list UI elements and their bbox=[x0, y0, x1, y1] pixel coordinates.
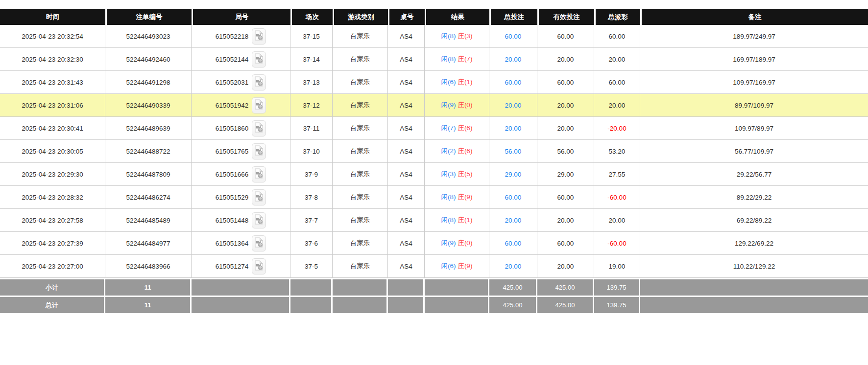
cell-total-bet: 60.00 bbox=[489, 25, 537, 48]
result-banker: 庄(5) bbox=[458, 170, 472, 178]
video-replay-button[interactable] bbox=[252, 120, 266, 137]
result-banker: 庄(3) bbox=[458, 32, 472, 40]
cell-bet-id: 522446489639 bbox=[105, 117, 192, 140]
cell-game-type: 百家乐 bbox=[333, 163, 388, 186]
cell-total-bet: 56.00 bbox=[489, 140, 537, 163]
cell-total-bet: 60.00 bbox=[489, 232, 537, 255]
cell-game-type: 百家乐 bbox=[333, 94, 388, 117]
cell-table-no: AS4 bbox=[388, 140, 425, 163]
video-replay-icon bbox=[255, 30, 263, 42]
cell-total-payout: 60.00 bbox=[594, 71, 640, 94]
cell-round-id: 615052144 bbox=[192, 48, 290, 71]
subtotal-note-empty bbox=[640, 278, 868, 296]
cell-total-bet: 60.00 bbox=[489, 71, 537, 94]
cell-result: 闲(3) 庄(5) bbox=[425, 163, 489, 186]
cell-total-bet: 20.00 bbox=[489, 209, 537, 232]
video-replay-icon bbox=[255, 145, 263, 157]
round-id-text: 615051666 bbox=[216, 171, 249, 178]
total-note-empty bbox=[640, 296, 868, 313]
result-banker: 庄(9) bbox=[458, 193, 472, 201]
table-row[interactable]: 2025-04-23 20:27:39522446484977615051364… bbox=[0, 232, 868, 255]
cell-time: 2025-04-23 20:32:54 bbox=[0, 25, 105, 48]
round-id-group: 615051448 bbox=[216, 212, 266, 228]
subtotal-game-empty bbox=[333, 278, 388, 296]
cell-bet-id: 522446491298 bbox=[105, 71, 192, 94]
cell-note: 110.22/129.22 bbox=[640, 255, 868, 278]
cell-session: 37-15 bbox=[290, 25, 333, 48]
cell-total-payout: 20.00 bbox=[594, 94, 640, 117]
result-player: 闲(3) bbox=[441, 170, 456, 178]
video-replay-button[interactable] bbox=[252, 235, 266, 251]
cell-total-bet: 20.00 bbox=[489, 255, 537, 278]
cell-total-payout: -60.00 bbox=[594, 186, 640, 209]
video-replay-button[interactable] bbox=[252, 143, 266, 160]
cell-game-type: 百家乐 bbox=[333, 232, 388, 255]
round-id-text: 615051529 bbox=[216, 194, 249, 201]
video-replay-button[interactable] bbox=[252, 212, 266, 228]
cell-bet-id: 522446487809 bbox=[105, 163, 192, 186]
video-replay-button[interactable] bbox=[252, 28, 266, 45]
cell-game-type: 百家乐 bbox=[333, 209, 388, 232]
cell-round-id: 615051529 bbox=[192, 186, 290, 209]
cell-total-payout: 20.00 bbox=[594, 209, 640, 232]
cell-valid-bet: 20.00 bbox=[537, 255, 594, 278]
cell-total-payout: 20.00 bbox=[594, 48, 640, 71]
cell-round-id: 615051765 bbox=[192, 140, 290, 163]
total-valid-bet: 425.00 bbox=[537, 296, 594, 313]
table-row[interactable]: 2025-04-23 20:31:06522446490339615051942… bbox=[0, 94, 868, 117]
cell-round-id: 615052031 bbox=[192, 71, 290, 94]
subtotal-total-payout: 139.75 bbox=[594, 278, 640, 296]
table-row[interactable]: 2025-04-23 20:29:30522446487809615051666… bbox=[0, 163, 868, 186]
table-row[interactable]: 2025-04-23 20:28:32522446486274615051529… bbox=[0, 186, 868, 209]
column-header-session: 场次 bbox=[290, 9, 333, 25]
video-replay-button[interactable] bbox=[252, 166, 266, 182]
subtotal-valid-bet: 425.00 bbox=[537, 278, 594, 296]
cell-total-payout: -60.00 bbox=[594, 232, 640, 255]
round-id-text: 615052218 bbox=[216, 33, 249, 40]
result-player: 闲(6) bbox=[441, 262, 456, 270]
round-id-text: 615051860 bbox=[216, 125, 249, 132]
cell-table-no: AS4 bbox=[388, 71, 425, 94]
result-banker: 庄(9) bbox=[458, 262, 472, 270]
cell-result: 闲(8) 庄(3) bbox=[425, 25, 489, 48]
result-player: 闲(9) bbox=[441, 239, 456, 247]
video-replay-button[interactable] bbox=[252, 97, 266, 114]
cell-valid-bet: 60.00 bbox=[537, 186, 594, 209]
total-round-empty bbox=[192, 296, 290, 313]
video-replay-button[interactable] bbox=[252, 258, 266, 274]
cell-time: 2025-04-23 20:27:39 bbox=[0, 232, 105, 255]
cell-result: 闲(2) 庄(6) bbox=[425, 140, 489, 163]
video-replay-button[interactable] bbox=[252, 189, 266, 205]
table-row[interactable]: 2025-04-23 20:30:41522446489639615051860… bbox=[0, 117, 868, 140]
column-header-total_bet: 总投注 bbox=[489, 9, 537, 25]
cell-time: 2025-04-23 20:30:41 bbox=[0, 117, 105, 140]
header-row: 时间注单编号局号场次游戏类别桌号结果总投注有效投注总派彩备注 bbox=[0, 9, 868, 25]
cell-total-bet: 20.00 bbox=[489, 94, 537, 117]
total-result-empty bbox=[425, 296, 489, 313]
table-row[interactable]: 2025-04-23 20:32:54522446493023615052218… bbox=[0, 25, 868, 48]
result-banker: 庄(7) bbox=[458, 55, 472, 63]
cell-session: 37-12 bbox=[290, 94, 333, 117]
column-header-time: 时间 bbox=[0, 9, 105, 25]
table-row[interactable]: 2025-04-23 20:27:00522446483966615051274… bbox=[0, 255, 868, 278]
cell-valid-bet: 20.00 bbox=[537, 209, 594, 232]
table-row[interactable]: 2025-04-23 20:31:43522446491298615052031… bbox=[0, 71, 868, 94]
cell-session: 37-6 bbox=[290, 232, 333, 255]
cell-result: 闲(8) 庄(7) bbox=[425, 48, 489, 71]
round-id-text: 615052144 bbox=[216, 56, 249, 63]
table-row[interactable]: 2025-04-23 20:27:58522446485489615051448… bbox=[0, 209, 868, 232]
round-id-group: 615051765 bbox=[216, 143, 266, 160]
cell-time: 2025-04-23 20:30:05 bbox=[0, 140, 105, 163]
video-replay-button[interactable] bbox=[252, 74, 266, 91]
cell-session: 37-11 bbox=[290, 117, 333, 140]
column-header-table_no: 桌号 bbox=[388, 9, 425, 25]
table-row[interactable]: 2025-04-23 20:32:30522446492460615052144… bbox=[0, 48, 868, 71]
cell-table-no: AS4 bbox=[388, 232, 425, 255]
cell-result: 闲(6) 庄(9) bbox=[425, 255, 489, 278]
cell-time: 2025-04-23 20:31:43 bbox=[0, 71, 105, 94]
cell-round-id: 615051666 bbox=[192, 163, 290, 186]
cell-result: 闲(9) 庄(0) bbox=[425, 94, 489, 117]
table-row[interactable]: 2025-04-23 20:30:05522446488722615051765… bbox=[0, 140, 868, 163]
cell-result: 闲(6) 庄(1) bbox=[425, 71, 489, 94]
video-replay-button[interactable] bbox=[252, 51, 266, 68]
